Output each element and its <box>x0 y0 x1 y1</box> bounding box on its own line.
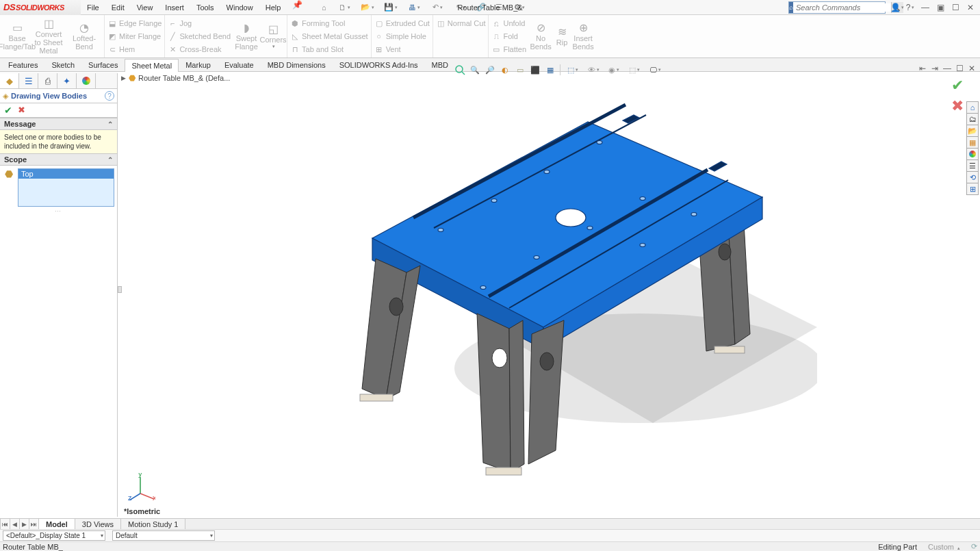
tab-display-manager[interactable] <box>77 73 96 88</box>
pm-scope-header[interactable]: Scope ⌃ <box>0 153 117 166</box>
cmd-unfold[interactable]: ⎌Unfold <box>491 17 526 30</box>
doc-expand-icon[interactable]: ⇥ <box>929 63 940 74</box>
view-settings-icon[interactable]: ⬚▾ <box>625 63 644 77</box>
restore-icon[interactable]: ▣ <box>935 2 946 13</box>
home-icon[interactable]: ⌂ <box>316 1 331 14</box>
rtab-mbd[interactable]: MBD <box>425 58 455 71</box>
menu-tools[interactable]: Tools <box>190 0 220 15</box>
tp-file-explorer-icon[interactable]: 📂 <box>966 125 979 137</box>
display-style-icon[interactable]: ▦ <box>543 63 557 77</box>
rtab-sketch[interactable]: Sketch <box>44 58 81 71</box>
vertical-splitter[interactable] <box>118 286 122 293</box>
tab-property-manager[interactable]: ☰ <box>19 73 38 88</box>
tab-last-icon[interactable]: ⏭ <box>29 519 38 530</box>
scope-item-top[interactable]: Top <box>18 169 114 179</box>
menu-insert[interactable]: Insert <box>159 0 190 15</box>
cmd-cross-break[interactable]: ✕Cross-Break <box>168 43 231 56</box>
minimize-icon[interactable]: — <box>920 2 931 13</box>
pin-icon[interactable]: 📌 <box>292 0 302 15</box>
hide-show-icon[interactable]: ⬚▾ <box>563 63 582 77</box>
panel-grip[interactable]: ⋯ <box>0 209 117 214</box>
rtab-features[interactable]: Features <box>1 58 44 71</box>
breadcrumb[interactable]: ▶ ⬣ Router Table MB_& (Defa... <box>121 73 230 83</box>
menu-window[interactable]: Window <box>220 0 259 15</box>
scope-list[interactable]: Top <box>18 168 114 207</box>
rtab-addins[interactable]: SOLIDWORKS Add-Ins <box>333 58 425 71</box>
doc-maximize-icon[interactable]: ☐ <box>954 63 965 74</box>
previous-view-icon[interactable]: 🔎 <box>483 63 497 77</box>
cmd-forming-tool[interactable]: ⬢Forming Tool <box>290 17 368 30</box>
cmd-insert-bends[interactable]: ⊕InsertBends <box>571 15 595 57</box>
cmd-normal-cut[interactable]: ◫Normal Cut <box>436 17 486 30</box>
maximize-icon[interactable]: ☐ <box>950 2 961 13</box>
zoom-area-icon[interactable]: 🔍 <box>468 63 482 77</box>
breadcrumb-text[interactable]: Router Table MB_& (Defa... <box>138 74 230 82</box>
cmd-swept-flange[interactable]: ◗SweptFlange <box>233 15 259 57</box>
tp-appearances-icon[interactable] <box>966 148 979 160</box>
tp-design-library-icon[interactable]: 🗂 <box>966 113 979 125</box>
undo-icon[interactable]: ↶▾ <box>427 1 448 14</box>
section-view-icon[interactable]: ◐ <box>498 63 512 77</box>
cmd-corners[interactable]: ◱Corners▾ <box>259 15 287 57</box>
rtab-evaluate[interactable]: Evaluate <box>218 58 261 71</box>
tab-prev-icon[interactable]: ◀ <box>10 519 19 530</box>
btab-model[interactable]: Model <box>39 519 75 530</box>
apply-scene-icon[interactable]: ◉▾ <box>604 63 623 77</box>
tp-cam-icon[interactable]: ⊞ <box>966 183 979 195</box>
close-icon[interactable]: ✕ <box>965 2 976 13</box>
cmd-flatten[interactable]: ▭Flatten <box>491 43 526 56</box>
btab-motion-study[interactable]: Motion Study 1 <box>121 519 185 530</box>
pm-ok-icon[interactable]: ✔ <box>4 105 12 116</box>
tab-first-icon[interactable]: ⏮ <box>0 519 10 530</box>
corner-ok-icon[interactable]: ✔ <box>951 77 964 94</box>
menu-file[interactable]: File <box>81 0 105 15</box>
tab-next-icon[interactable]: ▶ <box>19 519 29 530</box>
viewport-icon[interactable]: 🖵▾ <box>645 63 665 77</box>
tab-config-manager[interactable]: ⎙ <box>38 73 57 88</box>
tp-resources-icon[interactable]: ⌂ <box>966 101 979 114</box>
view-triad[interactable]: y x z <box>128 473 155 500</box>
menu-help[interactable]: Help <box>259 0 287 15</box>
cmd-simple-hole[interactable]: ○Simple Hole <box>374 30 430 43</box>
rtab-surfaces[interactable]: Surfaces <box>81 58 125 71</box>
cmd-lofted-bend[interactable]: ◔Lofted-Bend <box>64 15 104 57</box>
config-second-combo[interactable]: Default <box>112 530 215 541</box>
new-doc-icon[interactable]: 🗋▾ <box>334 1 354 14</box>
router-table-model[interactable] <box>283 81 817 491</box>
rtab-sheet-metal[interactable]: Sheet Metal <box>125 59 179 72</box>
search-input[interactable] <box>793 3 891 12</box>
zoom-fit-icon[interactable] <box>453 63 467 77</box>
pm-cancel-icon[interactable]: ✖ <box>18 105 25 116</box>
menu-view[interactable]: View <box>131 0 159 15</box>
rtab-markup[interactable]: Markup <box>179 58 218 71</box>
dynamic-annotation-icon[interactable]: ▭ <box>513 63 527 77</box>
pm-message-header[interactable]: Message ⌃ <box>0 118 117 130</box>
view-orientation-icon[interactable]: ⬛ <box>528 63 542 77</box>
display-state-combo[interactable]: <Default>_Display State 1 <box>3 530 105 541</box>
user-icon[interactable]: 👤 <box>890 2 901 13</box>
cmd-tab-slot[interactable]: ⊓Tab and Slot <box>290 43 368 56</box>
status-units[interactable]: Custom ▴ <box>928 543 960 551</box>
cmd-hem[interactable]: ⊂Hem <box>107 43 162 56</box>
tp-forum-icon[interactable]: ⟲ <box>966 171 979 183</box>
cmd-no-bends[interactable]: ⊘NoBends <box>529 15 552 57</box>
cmd-convert-sheet[interactable]: ◫Convertto SheetMetal <box>33 15 64 57</box>
save-icon[interactable]: 💾▾ <box>381 1 401 14</box>
cmd-edge-flange[interactable]: ⬓Edge Flange <box>107 17 162 30</box>
status-cloud-icon[interactable]: ⟳ <box>971 542 977 551</box>
chevron-right-icon[interactable]: ▶ <box>121 75 126 81</box>
tab-dimxpert[interactable]: ✦ <box>57 73 77 88</box>
tp-custom-props-icon[interactable]: ☰ <box>966 159 979 172</box>
graphics-area[interactable]: ▶ ⬣ Router Table MB_& (Defa... <box>120 73 980 517</box>
cmd-gusset[interactable]: ◺Sheet Metal Gusset <box>290 30 368 43</box>
cmd-vent[interactable]: ⊞Vent <box>374 43 430 56</box>
doc-close-icon[interactable]: ✕ <box>966 63 977 74</box>
btab-3d-views[interactable]: 3D Views <box>75 519 121 530</box>
help-icon[interactable]: ?▾ <box>905 2 916 13</box>
cmd-rip[interactable]: ≋Rip <box>552 15 571 57</box>
command-search[interactable]: ⌕ 🔍▾ <box>788 1 886 14</box>
edit-appearance-icon[interactable]: 👁▾ <box>584 63 603 77</box>
tp-view-palette-icon[interactable]: ▦ <box>966 136 979 149</box>
rtab-mbd-dims[interactable]: MBD Dimensions <box>261 58 333 71</box>
cmd-fold[interactable]: ⎍Fold <box>491 30 526 43</box>
